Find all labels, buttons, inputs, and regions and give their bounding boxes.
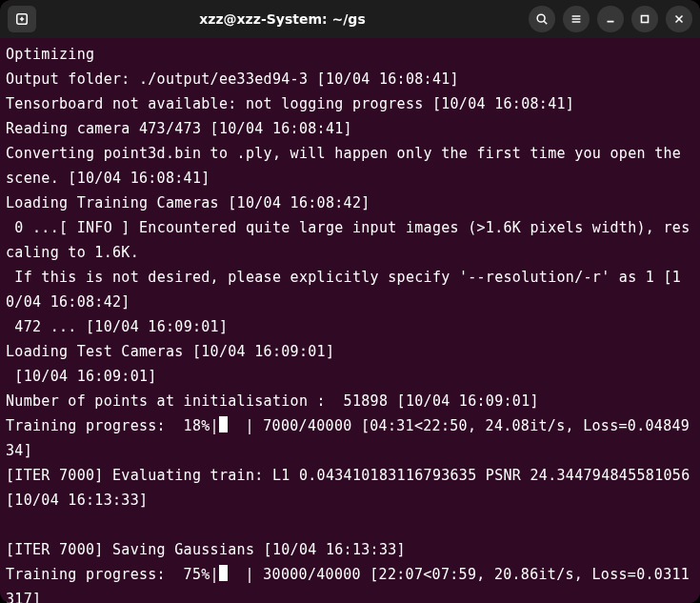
window-title: xzz@xzz-System: ~/gs: [44, 11, 521, 27]
terminal-line: Loading Training Cameras [10/04 16:08:42…: [6, 194, 370, 211]
progress-block-icon: [219, 416, 228, 432]
close-icon: [672, 12, 686, 26]
terminal-line: 0 ...[ INFO ] Encountered quite large in…: [6, 219, 690, 261]
titlebar: xzz@xzz-System: ~/gs: [0, 0, 700, 38]
progress-block-icon: [219, 565, 228, 581]
minimize-button[interactable]: [597, 6, 624, 32]
terminal-line: Number of points at initialisation : 518…: [6, 392, 539, 410]
maximize-icon: [638, 12, 651, 26]
svg-point-3: [537, 14, 545, 22]
terminal-window: xzz@xzz-System: ~/gs: [0, 0, 700, 603]
minimize-icon: [604, 12, 617, 26]
search-button[interactable]: [529, 6, 555, 32]
new-tab-icon: [15, 12, 29, 26]
svg-rect-9: [642, 16, 649, 23]
terminal-line: Output folder: ./output/ee33ed94-3 [10/0…: [6, 70, 459, 88]
terminal-line: [ITER 7000] Saving Gaussians [10/04 16:1…: [6, 541, 406, 558]
hamburger-icon: [570, 12, 583, 26]
close-button[interactable]: [666, 6, 692, 32]
terminal-line: Optimizing: [6, 46, 94, 63]
terminal-line: [ITER 7000] Evaluating train: L1 0.04341…: [6, 467, 699, 509]
menu-button[interactable]: [563, 6, 590, 32]
terminal-line: 472 ... [10/04 16:09:01]: [6, 318, 228, 335]
terminal-line: Reading camera 473/473 [10/04 16:08:41]: [6, 120, 352, 137]
terminal-line: Converting point3d.bin to .ply, will hap…: [6, 145, 690, 187]
terminal-line: [10/04 16:09:01]: [6, 368, 157, 385]
terminal-line: Loading Test Cameras [10/04 16:09:01]: [6, 343, 334, 360]
terminal-output[interactable]: Optimizing Output folder: ./output/ee33e…: [0, 38, 700, 603]
svg-line-4: [544, 21, 547, 24]
maximize-button[interactable]: [631, 6, 658, 32]
terminal-line: If this is not desired, please explicitl…: [6, 269, 681, 311]
terminal-line: Training progress: 75%| | 30000/40000 [2…: [6, 566, 690, 603]
search-icon: [535, 12, 549, 26]
terminal-line: Training progress: 18%| | 7000/40000 [04…: [6, 417, 690, 459]
terminal-line: Tensorboard not available: not logging p…: [6, 95, 574, 112]
new-tab-button[interactable]: [8, 6, 36, 32]
